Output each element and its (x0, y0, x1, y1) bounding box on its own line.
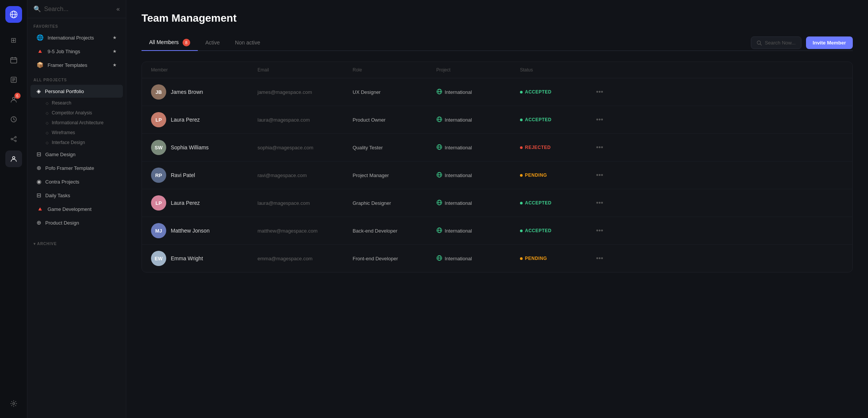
table-row[interactable]: JB James Brown james@magespace.com UX De… (142, 78, 852, 106)
search-now-placeholder: Search Now... (765, 40, 796, 46)
status-badge: ACCEPTED (520, 228, 596, 233)
sidebar-item-framer-templates[interactable]: 📦 Framer Templates ★ (30, 59, 123, 71)
member-name: Matthew Jonson (171, 228, 210, 234)
team-badge: 6 (14, 93, 21, 99)
more-options-button[interactable]: ••• (596, 116, 619, 124)
col-actions (596, 67, 619, 73)
sidebar-item-pofo-framer[interactable]: ⊕ Pofo Framer Template (30, 162, 123, 174)
circle-icon: ◉ (37, 178, 41, 185)
sidebar-search[interactable]: 🔍 Search... « (27, 0, 126, 18)
nav-calendar-icon[interactable] (5, 52, 22, 68)
table-row[interactable]: EW Emma Wright emma@magespace.com Front-… (142, 245, 852, 272)
app-bar: ⊞ 6 (0, 0, 27, 418)
square-icon: ⊟ (37, 151, 41, 158)
nav-team-icon[interactable]: 6 (5, 91, 22, 108)
diamond-small-icon: ◇ (46, 101, 49, 105)
member-name: Emma Wright (171, 255, 203, 261)
svg-point-19 (13, 403, 14, 405)
col-email: Email (258, 67, 353, 73)
sidebar-item-game-design[interactable]: ⊟ Game Design (30, 148, 123, 161)
avatar: EW (151, 251, 166, 266)
sidebar-item-product-design[interactable]: ⊕ Product Design (30, 216, 123, 229)
sidebar-item-international-projects[interactable]: 🌐 International Projects ★ (30, 31, 123, 44)
globe-icon (436, 172, 442, 179)
tab-active[interactable]: Active (198, 36, 227, 50)
diamond-small-icon: ◇ (46, 141, 49, 145)
sidebar-item-contra-projects[interactable]: ◉ Contra Projects (30, 175, 123, 188)
more-options-button[interactable]: ••• (596, 171, 619, 179)
globe-icon (436, 255, 442, 262)
svg-point-18 (13, 157, 15, 159)
diamond-small-icon: ◇ (46, 111, 49, 115)
search-icon: 🔍 (33, 5, 41, 13)
collapse-icon[interactable]: « (116, 6, 120, 13)
sidebar-item-personal-portfolio[interactable]: ◈ Personal Portfolio (30, 85, 123, 98)
member-cell: SW Sophia Williams (151, 140, 258, 155)
sidebar-subitem-wireframes[interactable]: ◇ Wireframes (30, 128, 123, 137)
status-dot (520, 91, 523, 93)
member-name: James Brown (171, 89, 203, 95)
plus-circle-icon: ⊕ (37, 165, 41, 171)
sidebar-subitem-interface-design[interactable]: ◇ Interface Design (30, 138, 123, 147)
table-row[interactable]: LP Laura Perez laura@magespace.com Produ… (142, 106, 852, 134)
sidebar-subitem-competitor-analysis[interactable]: ◇ Competitor Analysis (30, 108, 123, 117)
dev-icon: 🔺 (37, 206, 44, 212)
nav-clock-icon[interactable] (5, 111, 22, 128)
nav-people-icon[interactable] (5, 150, 22, 167)
globe-icon: 🌐 (37, 34, 44, 41)
member-cell: RP Ravi Patel (151, 168, 258, 183)
more-options-button[interactable]: ••• (596, 144, 619, 152)
members-table: Member Email Role Project Status JB Jame… (141, 62, 853, 272)
nav-tasks-icon[interactable] (5, 71, 22, 88)
sidebar-subitem-informational-architecture[interactable]: ◇ Informational Architecture (30, 118, 123, 127)
member-cell: LP Laura Perez (151, 112, 258, 127)
favorites-label: FAVORITES (27, 18, 126, 31)
product-icon: ⊕ (37, 219, 41, 226)
nav-dashboard-icon[interactable]: ⊞ (5, 32, 22, 49)
app-logo[interactable] (5, 6, 22, 23)
archive-label: ▾ ARCHIVE (27, 236, 126, 248)
member-cell: JB James Brown (151, 84, 258, 100)
diamond-icon: ◈ (37, 88, 41, 95)
table-row[interactable]: SW Sophia Williams sophia@magespace.com … (142, 134, 852, 162)
member-email: matthew@magespace.com (258, 228, 353, 234)
nav-share-icon[interactable] (5, 131, 22, 147)
all-projects-label: ALL PROJECTS (27, 72, 126, 84)
member-role: Back-end Developer (353, 228, 436, 234)
globe-icon (436, 227, 442, 234)
member-search[interactable]: Search Now... (751, 36, 801, 49)
table-row[interactable]: RP Ravi Patel ravi@magespace.com Project… (142, 162, 852, 189)
avatar: JB (151, 84, 166, 100)
svg-point-13 (15, 136, 16, 138)
table-header-row: Member Email Role Project Status (142, 62, 852, 78)
table-body: JB James Brown james@magespace.com UX De… (142, 78, 852, 272)
member-email: laura@magespace.com (258, 200, 353, 206)
more-options-button[interactable]: ••• (596, 255, 619, 263)
diamond-small-icon: ◇ (46, 131, 49, 135)
star-icon: ★ (113, 62, 117, 68)
more-options-button[interactable]: ••• (596, 227, 619, 235)
table-row[interactable]: MJ Matthew Jonson matthew@magespace.com … (142, 217, 852, 245)
member-name: Laura Perez (171, 117, 200, 123)
more-options-button[interactable]: ••• (596, 88, 619, 96)
svg-rect-3 (11, 58, 17, 63)
invite-member-button[interactable]: Invite Member (806, 36, 853, 49)
col-role: Role (353, 67, 436, 73)
status-dot (520, 202, 523, 204)
sidebar-item-job-things[interactable]: 🔺 9-5 Job Things ★ (30, 45, 123, 58)
nav-settings-icon[interactable] (5, 395, 22, 412)
svg-point-11 (13, 97, 15, 100)
sidebar-item-daily-tasks[interactable]: ⊟ Daily Tasks (30, 189, 123, 202)
tab-all-members[interactable]: All Members 8 (141, 35, 198, 51)
page-title: Team Management (141, 12, 853, 24)
sidebar-subitem-research[interactable]: ◇ Research (30, 98, 123, 108)
more-options-button[interactable]: ••• (596, 199, 619, 207)
svg-point-14 (11, 138, 13, 140)
tab-non-active[interactable]: Non active (227, 36, 268, 50)
status-badge: REJECTED (520, 145, 596, 150)
status-dot (520, 119, 523, 121)
svg-point-15 (15, 140, 16, 142)
member-cell: MJ Matthew Jonson (151, 223, 258, 238)
sidebar-item-game-development[interactable]: 🔺 Game Development (30, 203, 123, 215)
table-row[interactable]: LP Laura Perez laura@magespace.com Graph… (142, 189, 852, 217)
